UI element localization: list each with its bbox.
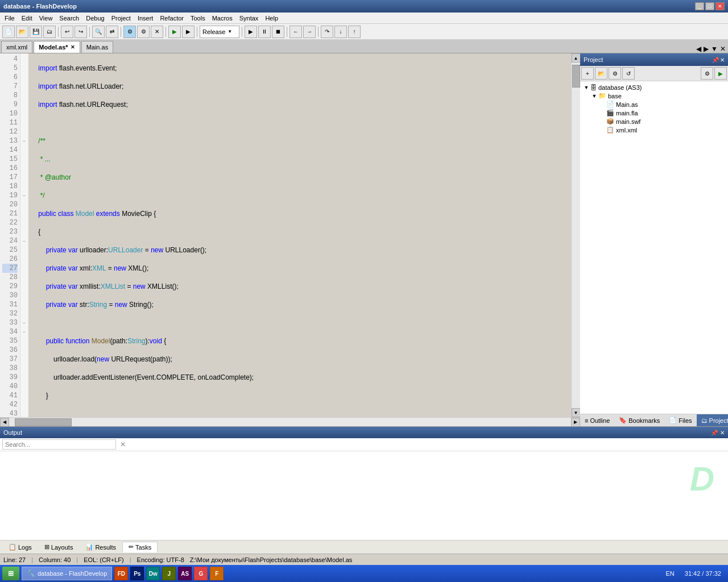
scrollbar-thumb-h[interactable] (15, 418, 72, 426)
tab-main-as[interactable]: Main.as (81, 41, 114, 53)
scrollbar-thumb[interactable] (572, 65, 580, 88)
tab-scroll-right-icon[interactable]: ▶ (704, 45, 709, 53)
sep5 (197, 27, 197, 37)
build-config-dropdown[interactable]: Release ▼ (200, 26, 239, 38)
find-button[interactable]: 🔍 (92, 26, 105, 38)
menu-project[interactable]: Project (108, 14, 134, 23)
open-button[interactable]: 📂 (16, 26, 28, 38)
minimize-button[interactable]: _ (695, 2, 704, 10)
build-all-button[interactable]: ⚙ (137, 26, 150, 38)
code-line-9: * ... (31, 155, 569, 164)
step-over-button[interactable]: ↷ (321, 26, 333, 38)
menu-refactor[interactable]: Refactor (156, 14, 187, 23)
project-tab-outline[interactable]: ≡ Outline (580, 414, 614, 426)
menu-help[interactable]: Help (262, 14, 282, 23)
output-search-clear-icon[interactable]: ✕ (120, 440, 126, 448)
debug-stop-button[interactable]: ⏹ (272, 26, 284, 38)
nav-fwd-button[interactable]: → (303, 26, 316, 38)
menu-edit[interactable]: Edit (18, 14, 36, 23)
project-open-button[interactable]: 📂 (595, 67, 607, 80)
menu-view[interactable]: View (36, 14, 56, 23)
tab-scroll-left-icon[interactable]: ◀ (696, 45, 701, 53)
menu-debug[interactable]: Debug (82, 14, 107, 23)
menu-search[interactable]: Search (56, 14, 82, 23)
taskbar-app-j[interactable]: J (162, 567, 176, 580)
run-button[interactable]: ▶ (168, 26, 181, 38)
output-pin-icon[interactable]: 📌 (711, 430, 718, 436)
project-pin-icon[interactable]: 📌 (712, 57, 719, 63)
btm-tab-logs[interactable]: 📋 Logs (2, 542, 38, 552)
taskbar-app-as[interactable]: AS (178, 567, 192, 580)
status-filepath: Z:\Мои документы\FlashProjects\database\… (190, 556, 353, 563)
tab-model-as-close[interactable]: ✕ (71, 44, 75, 50)
undo-button[interactable]: ↩ (61, 26, 73, 38)
tree-root-label: database (AS3) (598, 84, 642, 91)
editor-scrollbar-horizontal[interactable]: ◀ ▶ (0, 417, 580, 426)
tree-item-main-fla[interactable]: 🎬 main.fla (582, 109, 726, 117)
tree-item-xml-xml[interactable]: 📋 xml.xml (582, 126, 726, 134)
tree-expand-root[interactable]: ▼ (582, 85, 590, 90)
scroll-left-button[interactable]: ◀ (0, 418, 9, 427)
menu-tools[interactable]: Tools (187, 14, 209, 23)
tree-item-main-as[interactable]: 📄 Main.as (582, 100, 726, 109)
scroll-down-button[interactable]: ▼ (572, 408, 581, 417)
editor-scrollbar-vertical[interactable]: ▲ ▼ (571, 53, 580, 417)
scroll-up-button[interactable]: ▲ (572, 53, 581, 63)
project-settings-button[interactable]: ⚙ (609, 67, 621, 80)
close-button[interactable]: ✕ (715, 2, 725, 10)
build-button[interactable]: ⚙ (123, 26, 136, 38)
project-refresh-button[interactable]: ↺ (622, 67, 635, 80)
code-editor[interactable]: import flash.events.Event; import flash.… (28, 53, 571, 417)
step-into-button[interactable]: ↓ (334, 26, 347, 38)
taskbar-app-dw[interactable]: Dw (146, 567, 160, 580)
taskbar-app-fd[interactable]: FD (114, 567, 128, 580)
taskbar-app-ps[interactable]: Ps (130, 567, 144, 580)
project-tab-files[interactable]: 📄 Files (664, 414, 696, 426)
redo-button[interactable]: ↪ (75, 26, 87, 38)
btm-tab-results[interactable]: 📊 Results (79, 542, 122, 552)
run-debug-button[interactable]: ▶ (182, 26, 195, 38)
tree-item-main-swf[interactable]: 📦 main.swf (582, 117, 726, 126)
new-file-button[interactable]: 📄 (2, 26, 15, 38)
project-close-icon[interactable]: ✕ (720, 57, 725, 63)
btm-tab-tasks[interactable]: ✏ Tasks (122, 542, 158, 552)
taskbar-app-g[interactable]: G (194, 567, 208, 580)
maximize-button[interactable]: □ (705, 2, 714, 10)
scroll-right-button[interactable]: ▶ (571, 418, 580, 427)
replace-button[interactable]: ⇄ (106, 26, 118, 38)
tab-model-as[interactable]: Model.as* ✕ (34, 41, 80, 53)
line-num-19: 19 (2, 191, 18, 200)
menu-file[interactable]: File (1, 14, 18, 23)
save-all-button[interactable]: 🗂 (43, 26, 56, 38)
project-tab-bookmarks[interactable]: 🔖 Bookmarks (614, 414, 664, 426)
menu-insert[interactable]: Insert (134, 14, 157, 23)
code-line-23 (31, 409, 569, 417)
menu-macros[interactable]: Macros (209, 14, 236, 23)
debug-run-button[interactable]: ▶ (245, 26, 257, 38)
save-button[interactable]: 💾 (30, 26, 42, 38)
clean-button[interactable]: ✕ (151, 26, 163, 38)
project-run-button[interactable]: ▶ (714, 67, 727, 80)
tab-xml-xml[interactable]: xml.xml (1, 41, 32, 53)
editor-and-right-panel: 4 5 6 7 8 9 10 11 12 13 14 15 16 17 18 1… (0, 53, 728, 426)
step-out-button[interactable]: ↑ (348, 26, 361, 38)
menu-syntax[interactable]: Syntax (236, 14, 262, 23)
start-button[interactable]: ⊞ (2, 567, 19, 580)
taskbar-flashdevelop[interactable]: 🔧 database - FlashDevelop (22, 567, 112, 580)
debug-pause-button[interactable]: ⏸ (258, 26, 271, 38)
tab-close-panel-icon[interactable]: ✕ (720, 45, 726, 53)
output-close-icon[interactable]: ✕ (720, 430, 725, 436)
project-build-button[interactable]: ⚙ (701, 67, 713, 80)
btm-tab-layouts[interactable]: ⊞ Layouts (38, 542, 80, 552)
project-tab-project[interactable]: 🗂 Project (697, 414, 728, 426)
tab-menu-icon[interactable]: ▼ (711, 45, 718, 53)
project-add-button[interactable]: + (581, 67, 594, 80)
tree-item-root[interactable]: ▼ 🗄 database (AS3) (582, 84, 726, 92)
output-search-input[interactable] (2, 439, 116, 450)
line-num-8: 8 (2, 91, 18, 100)
taskbar-app-f[interactable]: F (210, 567, 224, 580)
tree-expand-base[interactable]: ▼ (590, 93, 598, 99)
window-controls[interactable]: _ □ ✕ (695, 2, 725, 10)
tree-item-base[interactable]: ▼ 📁 base (582, 92, 726, 100)
nav-back-button[interactable]: ← (289, 26, 302, 38)
